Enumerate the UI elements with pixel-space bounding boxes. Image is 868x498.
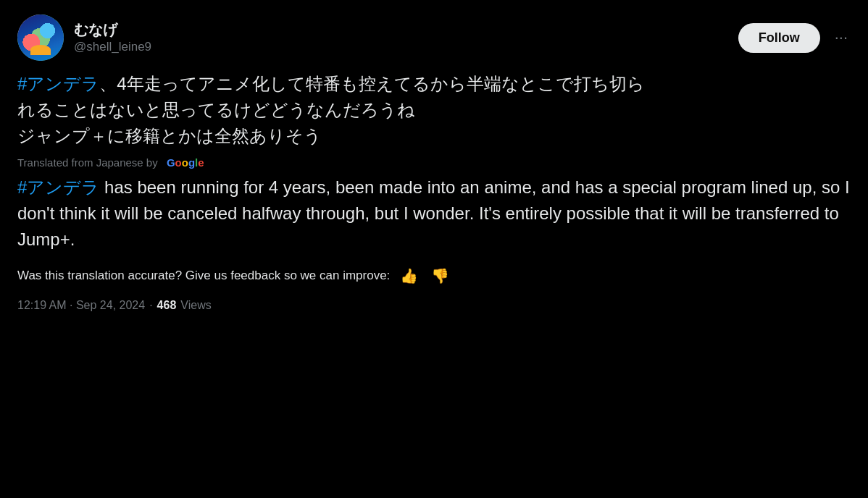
tweet-header-right: Follow ··· bbox=[738, 23, 851, 53]
translation-label: Translated from Japanese by Google bbox=[17, 156, 851, 169]
username: @shell_leine9 bbox=[74, 40, 151, 54]
feedback-text: Was this translation accurate? Give us f… bbox=[17, 269, 390, 283]
tweet-meta: 12:19 AM · Sep 24, 2024 · 468 Views bbox=[17, 299, 851, 312]
hashtag-english[interactable]: #アンデラ bbox=[17, 177, 99, 197]
thumbs-up-icon: 👍 bbox=[400, 268, 418, 284]
user-info: むなげ @shell_leine9 bbox=[74, 21, 151, 54]
google-logo: Google bbox=[167, 156, 204, 169]
japanese-text-part3: ジャンプ＋に移籍とかは全然ありそう bbox=[17, 126, 322, 145]
follow-button[interactable]: Follow bbox=[738, 23, 820, 53]
english-text-body: has been running for 4 years, been made … bbox=[17, 177, 850, 249]
japanese-text-part1: 、4年走ってアニメ化して特番も控えてるから半端なとこで打ち切ら bbox=[99, 74, 644, 93]
hashtag-japanese[interactable]: #アンデラ bbox=[17, 74, 99, 93]
translated-from-text: Translated from Japanese by bbox=[17, 156, 158, 169]
tweet-container: むなげ @shell_leine9 Follow ··· #アンデラ、4年走って… bbox=[0, 0, 868, 324]
tweet-body: #アンデラ、4年走ってアニメ化して特番も控えてるから半端なとこで打ち切ら れるこ… bbox=[17, 71, 851, 312]
thumbs-down-button[interactable]: 👎 bbox=[428, 267, 452, 284]
tweet-text-japanese: #アンデラ、4年走ってアニメ化して特番も控えてるから半端なとこで打ち切ら れるこ… bbox=[17, 71, 851, 149]
views-count: 468 bbox=[157, 299, 177, 312]
tweet-text-english: #アンデラ has been running for 4 years, been… bbox=[17, 174, 851, 253]
feedback-row: Was this translation accurate? Give us f… bbox=[17, 267, 851, 284]
more-icon: ··· bbox=[835, 28, 848, 47]
display-name: むなげ bbox=[74, 21, 151, 38]
avatar[interactable] bbox=[17, 14, 64, 61]
thumbs-down-icon: 👎 bbox=[431, 268, 449, 284]
timestamp: 12:19 AM · Sep 24, 2024 bbox=[17, 299, 145, 312]
tweet-header: むなげ @shell_leine9 Follow ··· bbox=[17, 14, 851, 61]
tweet-header-left: むなげ @shell_leine9 bbox=[17, 14, 151, 61]
japanese-text-part2: れることはないと思ってるけどどうなんだろうね bbox=[17, 100, 415, 119]
more-options-button[interactable]: ··· bbox=[832, 25, 851, 50]
views-label: Views bbox=[180, 299, 211, 312]
dot-separator: · bbox=[149, 299, 152, 312]
thumbs-up-button[interactable]: 👍 bbox=[397, 267, 421, 284]
